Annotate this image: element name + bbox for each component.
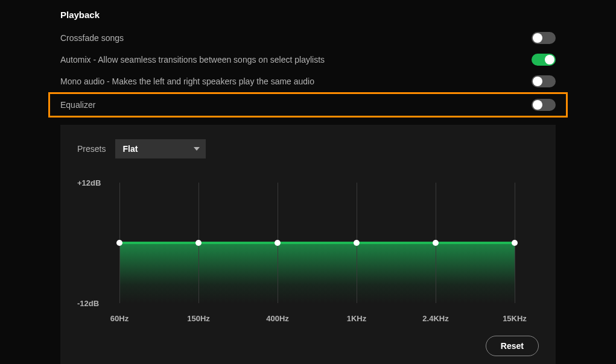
toggle-mono[interactable] bbox=[532, 75, 556, 87]
eq-graph: +12dB -12dB bbox=[119, 183, 515, 303]
setting-row-automix: Automix - Allow seamless transitions bet… bbox=[60, 49, 556, 71]
section-title-playback: Playback bbox=[60, 10, 556, 20]
setting-row-mono: Mono audio - Makes the left and right sp… bbox=[60, 71, 556, 92]
setting-label-equalizer: Equalizer bbox=[60, 100, 95, 110]
x-label: 150Hz bbox=[187, 314, 210, 323]
eq-band-handle[interactable] bbox=[433, 240, 439, 246]
toggle-crossfade[interactable] bbox=[532, 32, 556, 44]
equalizer-panel: Presets Flat +12dB -12dB 60Hz150Hz400Hz1… bbox=[60, 125, 556, 364]
eq-band-handle[interactable] bbox=[195, 240, 202, 246]
eq-band-handle[interactable] bbox=[275, 240, 281, 246]
eq-band-handle[interactable] bbox=[116, 240, 122, 246]
presets-label: Presets bbox=[77, 144, 106, 154]
setting-row-equalizer: Equalizer bbox=[60, 96, 556, 113]
eq-fill bbox=[119, 243, 515, 303]
highlight-equalizer: Equalizer bbox=[48, 92, 568, 118]
toggle-equalizer[interactable] bbox=[532, 99, 556, 111]
presets-row: Presets Flat bbox=[77, 139, 539, 158]
reset-button[interactable]: Reset bbox=[486, 336, 539, 356]
eq-curve bbox=[119, 242, 515, 244]
eq-band-handle[interactable] bbox=[354, 240, 360, 246]
setting-label-crossfade: Crossfade songs bbox=[60, 33, 124, 43]
setting-row-crossfade: Crossfade songs bbox=[60, 27, 556, 49]
presets-select[interactable]: Flat bbox=[115, 139, 206, 158]
eq-band-handle[interactable] bbox=[512, 240, 518, 246]
x-label: 2.4KHz bbox=[422, 314, 448, 323]
x-label: 1KHz bbox=[347, 314, 367, 323]
x-labels: 60Hz150Hz400Hz1KHz2.4KHz15KHz bbox=[119, 314, 515, 326]
x-label: 60Hz bbox=[110, 314, 129, 323]
y-label-top: +12dB bbox=[77, 178, 101, 187]
x-label: 400Hz bbox=[266, 314, 289, 323]
setting-label-automix: Automix - Allow seamless transitions bet… bbox=[60, 55, 325, 64]
setting-label-mono: Mono audio - Makes the left and right sp… bbox=[60, 77, 314, 86]
eq-graph-wrap: +12dB -12dB 60Hz150Hz400Hz1KHz2.4KHz15KH… bbox=[77, 183, 539, 326]
toggle-automix[interactable] bbox=[532, 54, 556, 66]
y-label-bottom: -12dB bbox=[77, 299, 99, 308]
x-label: 15KHz bbox=[503, 314, 527, 323]
